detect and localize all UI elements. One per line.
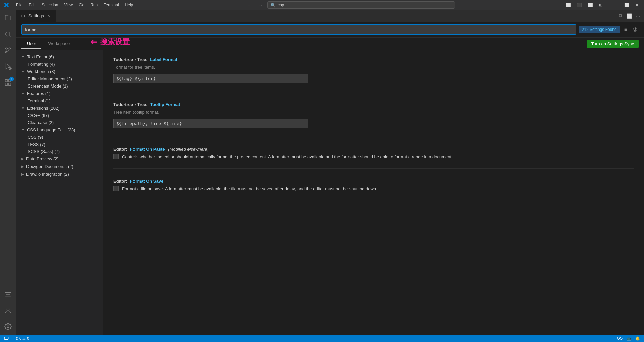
toggle-panel-button[interactable]: ⬜ <box>625 12 633 19</box>
setting-todo-tree-tooltip-format-title: Todo-tree › Tree: Tooltip Format <box>113 102 634 107</box>
nav-chevron-text-editor-icon: ▼ <box>21 55 25 59</box>
nav-item-editor-management[interactable]: Editor Management (2) <box>16 75 103 82</box>
window-minimize-button[interactable]: — <box>612 2 620 8</box>
nav-group-workbench[interactable]: ▼ Workbench (3) <box>16 68 103 75</box>
nav-group-data-preview[interactable]: ▶ Data Preview (2) <box>16 155 103 163</box>
account-icon <box>4 307 12 314</box>
setting-todo-tree-tooltip-format: Todo-tree › Tree: Tooltip Format Tree it… <box>113 102 634 137</box>
menu-edit[interactable]: Edit <box>26 2 38 8</box>
layout-button-3[interactable]: ⬜ <box>586 2 595 8</box>
nav-item-formatting[interactable]: Formatting (4) <box>16 61 103 68</box>
nav-chevron-workbench-icon: ▼ <box>21 70 25 73</box>
setting-editor-format-on-paste-checkbox[interactable] <box>113 154 119 159</box>
source-control-icon <box>4 47 12 54</box>
menu-terminal[interactable]: Terminal <box>101 2 121 8</box>
statusbar: ⊗ 0 ⚠ 0 QQ 📺 🔔 <box>0 335 644 342</box>
nav-group-drawio-label: Draw.io Integration (2) <box>26 172 69 177</box>
setting-todo-tree-label-format-desc: Format for tree items. <box>113 64 634 71</box>
nav-chevron-data-preview-icon: ▶ <box>21 157 24 161</box>
svg-point-16 <box>7 308 9 310</box>
settings-nav: ▼ Text Editor (6) Formatting (4) ▼ Workb… <box>16 50 103 335</box>
activity-item-source-control[interactable] <box>0 42 16 58</box>
menu-bar: File Edit Selection View Go Run Terminal… <box>13 2 136 8</box>
window-close-button[interactable]: ✕ <box>633 2 641 8</box>
nav-group-text-editor[interactable]: ▼ Text Editor (6) <box>16 53 103 61</box>
svg-point-2 <box>5 48 7 49</box>
menu-file[interactable]: File <box>13 2 25 8</box>
nav-group-extensions-label: Extensions (202) <box>27 106 60 111</box>
activity-item-search[interactable] <box>0 26 16 42</box>
setting-todo-tree-label-format-title: Todo-tree › Tree: Label Format <box>113 57 634 62</box>
settings-list-view-button[interactable]: ≡ <box>623 26 629 33</box>
setting-editor-format-on-save-checkbox[interactable] <box>113 186 119 191</box>
titlebar-search-input[interactable] <box>278 3 452 7</box>
layout-button-2[interactable]: ⬛ <box>575 2 584 8</box>
nav-chevron-features-icon: ▼ <box>21 92 25 95</box>
nav-group-css-language[interactable]: ▼ CSS Language Fe... (23) <box>16 126 103 134</box>
menu-run[interactable]: Run <box>88 2 100 8</box>
tab-bar-actions: ⧉ ⬜ ··· <box>618 12 644 19</box>
statusbar-broadcast[interactable]: 📺 <box>625 335 633 342</box>
settings-tab-close[interactable]: ✕ <box>47 13 51 18</box>
nav-item-clearcase[interactable]: Clearcase (2) <box>16 119 103 126</box>
nav-item-css[interactable]: CSS (9) <box>16 134 103 141</box>
setting-editor-format-on-paste: Editor: Format On Paste (Modified elsewh… <box>113 147 634 169</box>
nav-back-button[interactable]: ← <box>245 2 253 8</box>
nav-item-screencast-mode[interactable]: Screencast Mode (1) <box>16 82 103 90</box>
nav-group-drawio[interactable]: ▶ Draw.io Integration (2) <box>16 170 103 178</box>
settings-tab-user[interactable]: User <box>21 39 41 49</box>
split-editor-button[interactable]: ⧉ <box>618 12 624 19</box>
nav-item-less[interactable]: LESS (7) <box>16 141 103 148</box>
layout-button-4[interactable]: ⊞ <box>597 2 604 8</box>
nav-group-extensions[interactable]: ▼ Extensions (202) <box>16 104 103 112</box>
layout-button-1[interactable]: ⬜ <box>564 2 573 8</box>
setting-editor-format-on-paste-title: Editor: Format On Paste (Modified elsewh… <box>113 147 634 152</box>
setting-todo-tree-label-format-input[interactable] <box>113 74 308 83</box>
setting-editor-format-on-save: Editor: Format On Save Format a file on … <box>113 179 634 201</box>
statusbar-qq[interactable]: QQ <box>615 335 624 342</box>
setting-editor-format-on-paste-text: Controls whether the editor should autom… <box>122 154 634 160</box>
nav-group-doxygen-label: Doxygen Documen... (2) <box>26 164 73 169</box>
settings-search-input[interactable] <box>21 24 576 35</box>
settings-tab[interactable]: ⚙ Settings ✕ <box>16 10 56 22</box>
nav-forward-button[interactable]: → <box>256 2 265 8</box>
menu-go[interactable]: Go <box>76 2 87 8</box>
activity-item-explorer[interactable] <box>0 10 16 26</box>
nav-group-features[interactable]: ▼ Features (1) <box>16 90 103 97</box>
turn-on-settings-sync-button[interactable]: Turn on Settings Sync <box>587 40 639 48</box>
nav-group-text-editor-label: Text Editor (6) <box>27 54 54 59</box>
remote-icon <box>4 336 9 341</box>
statusbar-left: ⊗ 0 ⚠ 0 <box>3 335 30 342</box>
setting-todo-tree-tooltip-format-input[interactable] <box>113 119 308 128</box>
nav-item-cpp[interactable]: C/C++ (67) <box>16 112 103 119</box>
svg-point-17 <box>7 326 9 328</box>
nav-group-css-language-label: CSS Language Fe... (23) <box>27 127 75 132</box>
statusbar-notifications[interactable]: 🔔 <box>634 335 641 342</box>
titlebar-right: ⬜ ⬛ ⬜ ⊞ | — ⬜ ✕ <box>564 2 641 8</box>
menu-help[interactable]: Help <box>122 2 136 8</box>
menu-selection[interactable]: Selection <box>39 2 61 8</box>
statusbar-remote-icon[interactable] <box>3 335 10 342</box>
window-maximize-button[interactable]: ⬜ <box>622 2 631 8</box>
more-actions-button[interactable]: ··· <box>635 12 641 19</box>
settings-tab-workspace[interactable]: Workspace <box>43 39 75 49</box>
nav-item-scss[interactable]: SCSS (Sass) (7) <box>16 148 103 155</box>
activity-item-run-debug[interactable] <box>0 58 16 74</box>
titlebar-search-bar[interactable]: 🔍 <box>267 1 455 9</box>
vscode-logo-icon <box>3 2 9 8</box>
activity-item-extensions[interactable]: 1 <box>0 74 16 91</box>
menu-view[interactable]: View <box>61 2 75 8</box>
settings-search-bar: 212 Settings Found ≡ ⚗ <box>16 22 644 38</box>
nav-item-terminal[interactable]: Terminal (1) <box>16 97 103 104</box>
nav-chevron-css-language-icon: ▼ <box>21 128 25 132</box>
activity-item-settings[interactable] <box>0 319 16 335</box>
activity-item-account[interactable] <box>0 302 16 319</box>
statusbar-errors-warnings[interactable]: ⊗ 0 ⚠ 0 <box>14 335 30 342</box>
nav-group-doxygen[interactable]: ▶ Doxygen Documen... (2) <box>16 163 103 170</box>
activity-item-remote-explorer[interactable] <box>0 286 16 302</box>
settings-filter-button[interactable]: ⚗ <box>631 26 639 34</box>
settings-tabs: User Workspace Turn on Settings Sync <box>16 38 644 50</box>
tab-bar: ⚙ Settings ✕ ⧉ ⬜ ··· <box>16 10 644 22</box>
statusbar-right: QQ 📺 🔔 <box>615 335 641 342</box>
nav-group-workbench-label: Workbench (3) <box>27 69 55 74</box>
